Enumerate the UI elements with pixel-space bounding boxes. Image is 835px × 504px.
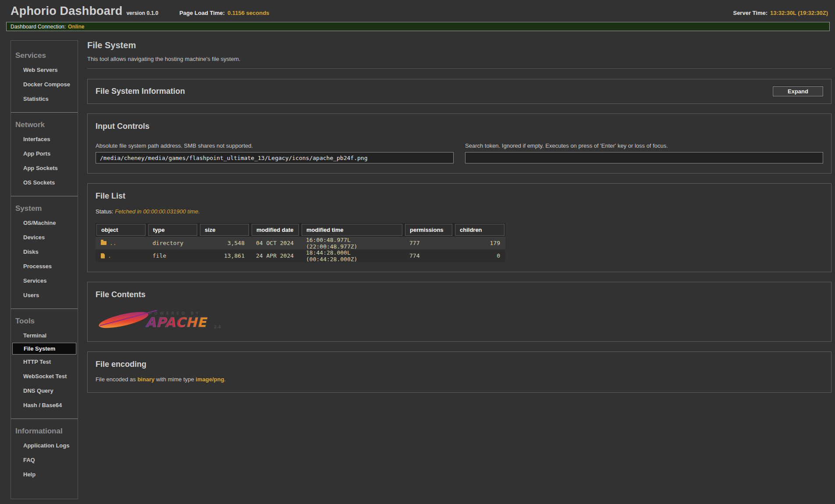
permissions-cell: 777	[405, 240, 452, 246]
apache-logo: POWERED BY APACHE 2.4	[96, 307, 224, 330]
page-load-time: Page Load Time:0.1156 seconds	[179, 10, 269, 16]
sidebar-item-statistics[interactable]: Statistics	[11, 92, 78, 106]
sidebar-item-websocket-test[interactable]: WebSocket Test	[11, 369, 78, 383]
file-list-panel: File List Status: Fetched in 00:00:00.03…	[87, 183, 831, 272]
expand-button[interactable]: Expand	[773, 86, 823, 96]
encoding-text-suffix: .	[224, 376, 226, 383]
object-name: ..	[110, 240, 117, 246]
status-label: Status:	[96, 208, 115, 215]
search-field-group: Search token. Ignored if empty. Executes…	[465, 142, 823, 163]
panel-title: File System Information	[96, 87, 185, 96]
folder-icon	[101, 241, 107, 245]
sidebar-item-hash-base64[interactable]: Hash / Base64	[11, 398, 78, 412]
file-icon	[101, 253, 105, 259]
object-name: .	[108, 252, 111, 259]
sidebar-section-title: Informational	[11, 423, 78, 438]
sidebar-section-title: Services	[11, 48, 78, 63]
connection-label: Dashboard Connection:	[11, 24, 66, 30]
modified-time-cell: 16:00:48.977L (22:00:48.977Z)	[302, 237, 402, 250]
sidebar-item-web-servers[interactable]: Web Servers	[11, 63, 78, 77]
sidebar-section-informational: Informational Application Logs FAQ Help	[11, 419, 78, 488]
sidebar-item-os-machine[interactable]: OS/Machine	[11, 216, 78, 230]
table-row-current-file[interactable]: . file 13,861 24 APR 2024 18:44:28.000L …	[96, 249, 505, 262]
file-contents-image: POWERED BY APACHE 2.4	[96, 307, 823, 332]
column-header-modified-time[interactable]: modified time	[302, 224, 402, 236]
object-cell[interactable]: ..	[96, 240, 146, 246]
connection-status-bar: Dashboard Connection: Online	[6, 22, 830, 31]
page-description: This tool allows navigating the hosting …	[87, 56, 831, 62]
object-cell[interactable]: .	[96, 252, 146, 259]
file-contents-panel: File Contents	[87, 282, 831, 342]
modified-date-cell: 24 APR 2024	[252, 252, 299, 259]
sidebar: Services Web Servers Docker Compose Stat…	[11, 40, 78, 499]
path-input[interactable]	[96, 152, 454, 163]
server-time: Server Time:13:32:30L (19:32:30Z)	[733, 10, 828, 16]
column-header-permissions[interactable]: permissions	[405, 224, 452, 236]
table-row-parent-directory[interactable]: .. directory 3,548 04 OCT 2024 16:00:48.…	[96, 237, 505, 249]
column-header-modified-date[interactable]: modified date	[252, 224, 299, 236]
page-load-label: Page Load Time:	[179, 10, 225, 16]
file-encoding-text: File encoded as binary with mime type im…	[96, 376, 823, 383]
divider	[87, 68, 831, 69]
sidebar-item-users[interactable]: Users	[11, 288, 78, 302]
sidebar-section-title: Network	[11, 117, 78, 132]
type-cell: directory	[148, 240, 197, 246]
type-cell: file	[148, 252, 197, 259]
sidebar-item-help[interactable]: Help	[11, 467, 78, 482]
app-header: Aphorio Dashboard version 0.1.0 Page Loa…	[0, 0, 835, 21]
search-token-input[interactable]	[465, 152, 823, 163]
apache-text: APACHE	[146, 315, 208, 330]
sidebar-section-title: Tools	[11, 313, 78, 328]
column-header-children[interactable]: children	[455, 224, 505, 236]
column-header-object[interactable]: object	[96, 224, 146, 236]
sidebar-item-application-logs[interactable]: Application Logs	[11, 438, 78, 453]
page-title: File System	[87, 40, 831, 50]
sidebar-item-faq[interactable]: FAQ	[11, 453, 78, 467]
size-cell: 3,548	[200, 240, 249, 246]
sidebar-item-file-system[interactable]: File System	[12, 343, 76, 355]
panel-title: Input Controls	[96, 122, 823, 131]
sidebar-item-devices[interactable]: Devices	[11, 230, 78, 245]
search-field-label: Search token. Ignored if empty. Executes…	[465, 142, 823, 149]
sidebar-item-interfaces[interactable]: Interfaces	[11, 132, 78, 146]
app-title: Aphorio Dashboard	[11, 4, 122, 18]
sidebar-section-network: Network Interfaces App Ports App Sockets…	[11, 112, 78, 196]
sidebar-item-services[interactable]: Services	[11, 273, 78, 288]
main-content: File System This tool allows navigating …	[87, 40, 831, 402]
sidebar-section-title: System	[11, 201, 78, 216]
sidebar-item-disks[interactable]: Disks	[11, 245, 78, 259]
sidebar-item-app-ports[interactable]: App Ports	[11, 146, 78, 161]
column-header-size[interactable]: size	[200, 224, 249, 236]
input-controls-panel: Input Controls Absolute file system path…	[87, 114, 831, 174]
encoding-value: binary	[137, 376, 154, 383]
column-header-type[interactable]: type	[148, 224, 197, 236]
sidebar-section-tools: Tools Terminal File System HTTP Test Web…	[11, 309, 78, 419]
sidebar-item-app-sockets[interactable]: App Sockets	[11, 161, 78, 175]
size-cell: 13,861	[200, 252, 249, 259]
status-value: Fetched in 00:00:00.031900 time.	[115, 208, 200, 215]
sidebar-item-docker-compose[interactable]: Docker Compose	[11, 77, 78, 92]
sidebar-item-dns-query[interactable]: DNS Query	[11, 383, 78, 398]
encoding-text-prefix: File encoded as	[96, 376, 137, 383]
panel-title: File encoding	[96, 360, 823, 369]
server-time-label: Server Time:	[733, 10, 767, 16]
panel-title: File Contents	[96, 290, 823, 299]
path-field-label: Absolute file system path address. SMB s…	[96, 142, 454, 149]
file-table: object type size modified date modified …	[96, 223, 505, 262]
file-encoding-panel: File encoding File encoded as binary wit…	[87, 351, 831, 393]
permissions-cell: 774	[405, 252, 452, 259]
modified-date-cell: 04 OCT 2024	[252, 240, 299, 246]
sidebar-section-system: System OS/Machine Devices Disks Processe…	[11, 196, 78, 309]
sidebar-section-services: Services Web Servers Docker Compose Stat…	[11, 43, 78, 112]
sidebar-item-os-sockets[interactable]: OS Sockets	[11, 175, 78, 190]
sidebar-item-processes[interactable]: Processes	[11, 259, 78, 273]
connection-status-value: Online	[68, 24, 84, 30]
sidebar-item-terminal[interactable]: Terminal	[11, 328, 78, 343]
children-cell: 179	[455, 240, 505, 246]
file-list-status: Status: Fetched in 00:00:00.031900 time.	[96, 208, 823, 215]
encoding-text-middle: with mime type	[154, 376, 195, 383]
sidebar-item-http-test[interactable]: HTTP Test	[11, 355, 78, 369]
mime-type-value: image/png	[195, 376, 224, 383]
file-system-information-panel: File System Information Expand	[87, 79, 831, 104]
page-load-value: 0.1156 seconds	[227, 10, 269, 16]
